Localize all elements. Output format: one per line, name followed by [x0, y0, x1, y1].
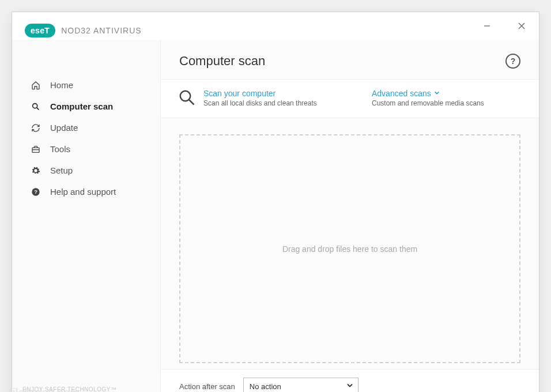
svg-point-3 — [33, 103, 37, 108]
select-value: No action — [250, 382, 281, 391]
sidebar-item-home[interactable]: Home — [27, 76, 150, 95]
watermark: filehorse.com — [9, 386, 80, 392]
sidebar-item-tools[interactable]: Tools — [27, 140, 150, 159]
sidebar-item-update[interactable]: Update — [27, 118, 150, 137]
svg-text:?: ? — [34, 189, 37, 195]
page-title: Computer scan — [179, 54, 265, 69]
sidebar-item-label: Computer scan — [50, 101, 113, 111]
minimize-button[interactable] — [477, 16, 497, 36]
sidebar-item-label: Help and support — [50, 187, 116, 197]
sidebar-nav: Home Computer scan Update — [12, 76, 160, 201]
scan-options-panel: Scan your computer Scan all local disks … — [161, 79, 539, 118]
advanced-option-sub: Custom and removable media scans — [372, 99, 484, 107]
action-after-scan-label: Action after scan — [179, 382, 235, 391]
home-icon — [31, 81, 41, 90]
sidebar-item-setup[interactable]: Setup — [27, 161, 150, 180]
close-button[interactable] — [511, 16, 532, 36]
sidebar-item-label: Setup — [50, 165, 73, 175]
sidebar-item-help[interactable]: ? Help and support — [27, 182, 150, 201]
sidebar: eseT NOD32 ANTIVIRUS Home Computer scan — [12, 40, 161, 392]
search-icon — [31, 102, 41, 111]
drop-zone[interactable]: Drag and drop files here to scan them — [179, 134, 520, 363]
main-header: Computer scan ? — [161, 40, 539, 79]
help-solid-icon: ? — [31, 187, 41, 197]
magnifier-icon — [178, 89, 195, 108]
chevron-down-icon — [346, 382, 353, 391]
app-window: eseT NOD32 ANTIVIRUS Home Computer scan — [12, 12, 539, 392]
product-name: NOD32 ANTIVIRUS — [61, 26, 141, 35]
advanced-scans-option[interactable]: Advanced scans Custom and removable medi… — [372, 89, 522, 108]
drop-zone-text: Drag and drop files here to scan them — [282, 244, 417, 254]
refresh-icon — [31, 123, 41, 133]
sidebar-item-computer-scan[interactable]: Computer scan — [27, 97, 150, 116]
chevron-down-icon — [434, 90, 440, 97]
scan-option-title: Scan your computer — [203, 89, 317, 98]
help-button[interactable]: ? — [505, 54, 520, 69]
bottom-bar: Action after scan No action — [161, 369, 539, 392]
advanced-option-title: Advanced scans — [372, 89, 431, 98]
svg-line-10 — [189, 100, 194, 105]
minimize-icon — [484, 22, 490, 29]
brand-logo: eseT NOD32 ANTIVIRUS — [25, 24, 142, 37]
sidebar-item-label: Home — [50, 80, 73, 90]
main-panel: Computer scan ? Scan your computer Scan … — [161, 40, 539, 392]
action-after-scan-select[interactable]: No action — [243, 378, 358, 392]
sidebar-item-label: Tools — [50, 144, 70, 154]
svg-point-9 — [180, 91, 191, 101]
briefcase-icon — [31, 145, 41, 154]
gear-icon — [31, 166, 41, 175]
question-icon: ? — [511, 56, 516, 66]
eset-logo: eseT — [25, 24, 55, 37]
svg-rect-5 — [32, 148, 39, 152]
close-icon — [518, 22, 525, 29]
scan-computer-option[interactable]: Scan your computer Scan all local disks … — [178, 89, 317, 108]
scan-option-sub: Scan all local disks and clean threats — [203, 99, 317, 107]
svg-line-4 — [37, 107, 39, 110]
sidebar-item-label: Update — [50, 123, 78, 133]
